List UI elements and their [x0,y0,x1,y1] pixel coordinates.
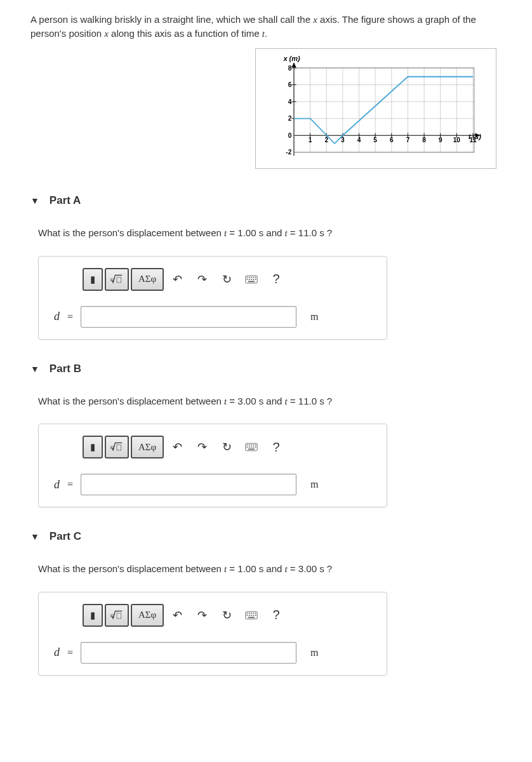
root-button[interactable]: □ [105,268,129,291]
part-a-question: What is the person's displacement betwee… [38,226,502,241]
position-line [294,77,473,144]
unit-label: m [310,479,318,490]
svg-text:8: 8 [288,65,292,72]
template-button[interactable]: ▮ [83,604,103,627]
svg-rect-68 [117,445,121,450]
svg-rect-86 [251,612,252,613]
svg-rect-79 [255,446,256,448]
equals-sign: = [67,479,73,490]
answer-var-label: d [54,646,60,659]
svg-text:4: 4 [288,98,292,105]
svg-rect-84 [247,612,248,613]
svg-text:-2: -2 [286,149,291,156]
svg-rect-80 [248,449,255,450]
svg-rect-76 [249,446,250,448]
svg-rect-77 [251,446,252,448]
template-button[interactable]: ▮ [83,436,103,458]
svg-text:6: 6 [288,81,292,88]
undo-button[interactable]: ↶ [166,436,189,458]
svg-rect-59 [253,276,255,277]
y-axis-label: x (m) [283,55,300,62]
answer-var-label: d [54,310,60,323]
reset-button[interactable]: ↻ [215,604,238,627]
svg-rect-61 [247,279,248,280]
keyboard-button[interactable] [240,436,263,458]
redo-button[interactable]: ↷ [190,436,213,458]
chevron-down-icon: ▼ [30,196,39,206]
greek-button[interactable]: ΑΣφ [131,436,164,458]
svg-rect-88 [255,612,256,613]
root-button[interactable]: □ [105,604,129,627]
svg-text:0: 0 [288,132,292,139]
part-b-title: Part B [50,363,81,375]
svg-rect-91 [251,615,252,616]
answer-var-label: d [54,478,60,491]
svg-rect-73 [253,444,255,446]
svg-rect-64 [253,279,255,280]
keyboard-button[interactable] [240,268,263,291]
greek-button[interactable]: ΑΣφ [131,604,164,627]
svg-rect-92 [253,615,255,616]
problem-statement: A person is walking briskly in a straigh… [30,13,502,41]
unit-label: m [310,647,318,658]
svg-rect-94 [248,617,255,618]
equals-sign: = [67,311,73,323]
answer-input[interactable] [81,474,296,495]
keyboard-button[interactable] [240,604,263,627]
svg-rect-66 [248,281,255,282]
svg-rect-70 [247,444,248,446]
svg-rect-63 [251,279,252,280]
svg-marker-1 [291,63,296,67]
reset-button[interactable]: ↻ [215,268,238,291]
svg-rect-78 [253,446,255,448]
part-b-header[interactable]: ▼ Part B [30,363,502,375]
help-button[interactable]: ? [265,268,288,291]
root-button[interactable]: □ [105,436,129,458]
svg-rect-56 [247,276,248,277]
svg-rect-54 [117,277,121,282]
chevron-down-icon: ▼ [30,531,39,542]
unit-label: m [310,311,318,323]
svg-rect-74 [255,444,256,446]
svg-rect-20 [294,68,474,152]
template-button[interactable]: ▮ [83,268,103,291]
svg-rect-85 [249,612,250,613]
svg-rect-60 [255,276,256,277]
equals-sign: = [67,647,73,658]
equation-toolbar: ▮ □ ΑΣφ ↶ ↷ ↻ ? [83,436,371,458]
svg-rect-82 [117,613,121,618]
svg-text:2: 2 [288,115,292,122]
answer-input[interactable] [81,642,296,664]
part-a-header[interactable]: ▼ Part A [30,194,502,207]
undo-button[interactable]: ↶ [166,268,189,291]
part-c-title: Part C [50,530,81,543]
svg-rect-90 [249,615,250,616]
help-button[interactable]: ? [265,604,288,627]
svg-rect-87 [253,612,255,613]
svg-rect-75 [247,446,248,448]
equation-toolbar: ▮ □ ΑΣφ ↶ ↷ ↻ ? [83,604,371,627]
undo-button[interactable]: ↶ [166,604,189,627]
svg-rect-89 [247,615,248,616]
chevron-down-icon: ▼ [30,364,39,374]
part-c-answer-box: ▮ □ ΑΣφ ↶ ↷ ↻ ? d = m [38,592,387,676]
svg-rect-71 [249,444,250,446]
redo-button[interactable]: ↷ [190,604,213,627]
greek-button[interactable]: ΑΣφ [131,268,164,291]
help-button[interactable]: ? [265,436,288,458]
answer-input[interactable] [81,306,296,328]
part-a-answer-box: ▮ □ ΑΣφ ↶ ↷ ↻ ? d = m [38,256,387,340]
part-a-title: Part A [50,194,81,207]
part-c-question: What is the person's displacement betwee… [38,562,502,577]
svg-rect-57 [249,276,250,277]
equation-toolbar: ▮ □ ΑΣφ ↶ ↷ ↻ ? [83,268,371,291]
svg-rect-65 [255,279,256,280]
position-graph: x (m) t (s) [255,48,496,169]
svg-rect-58 [251,276,252,277]
redo-button[interactable]: ↷ [190,268,213,291]
svg-rect-93 [255,615,256,616]
part-b-answer-box: ▮ □ ΑΣφ ↶ ↷ ↻ ? d = m [38,424,387,507]
part-b-question: What is the person's displacement betwee… [38,394,502,409]
reset-button[interactable]: ↻ [215,436,238,458]
part-c-header[interactable]: ▼ Part C [30,530,502,543]
